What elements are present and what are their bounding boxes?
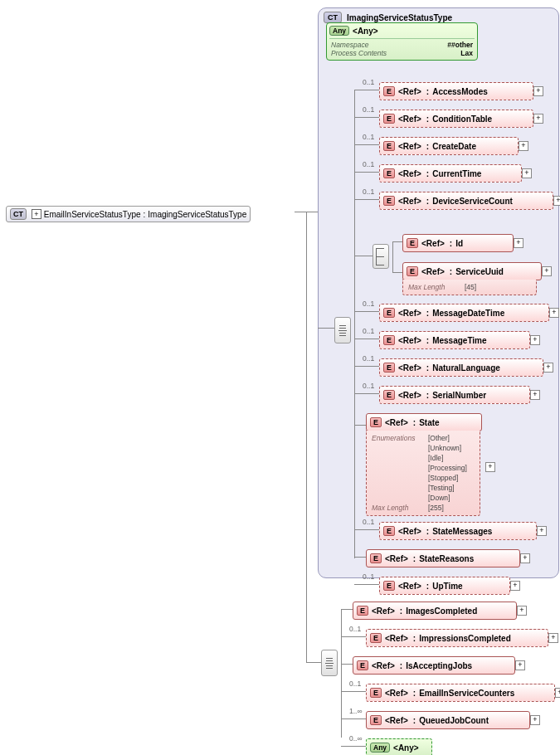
connector	[341, 664, 353, 665]
element-icon: E	[407, 266, 418, 276]
expand-icon[interactable]: +	[555, 688, 560, 698]
ref-statereasons[interactable]: E<Ref>:StateReasons	[366, 549, 520, 567]
element-icon: E	[370, 633, 382, 643]
any-element[interactable]: Any<Any>	[366, 738, 432, 755]
element-icon: E	[370, 553, 382, 563]
connector	[306, 212, 307, 662]
expand-icon[interactable]: +	[485, 462, 495, 472]
element-icon: E	[383, 363, 395, 373]
expand-icon[interactable]: +	[543, 363, 553, 373]
ref-conditiontable[interactable]: E<Ref>:ConditionTable	[379, 110, 533, 128]
expand-icon[interactable]: +	[530, 390, 540, 400]
connector	[354, 256, 373, 256]
ref-emailinservicecounters[interactable]: E<Ref>:EmailInServiceCounters	[366, 684, 555, 702]
connector	[341, 746, 366, 747]
expand-icon[interactable]: +	[533, 114, 543, 124]
connector	[354, 339, 379, 339]
connector	[318, 328, 334, 329]
element-icon: E	[383, 581, 395, 591]
ref-serialnumber[interactable]: E<Ref>:SerialNumber	[379, 386, 530, 404]
sequence-icon	[334, 317, 351, 343]
any-attribute-box: Any <Any> Namespace##other Process Conte…	[326, 22, 478, 61]
expand-icon[interactable]: +	[533, 86, 543, 96]
connector	[392, 241, 402, 242]
expand-icon[interactable]: +	[549, 308, 559, 318]
expand-icon[interactable]: +	[520, 553, 530, 563]
ref-imagescompleted[interactable]: E<Ref>:ImagesCompleted	[353, 602, 517, 620]
expand-icon[interactable]: +	[548, 633, 558, 643]
element-icon: E	[383, 308, 395, 318]
sequence-icon	[321, 650, 338, 676]
expand-icon[interactable]: +	[537, 526, 547, 536]
element-icon: E	[407, 238, 418, 248]
any-label: <Any>	[353, 27, 378, 36]
connector	[354, 172, 379, 173]
connector	[354, 425, 366, 426]
ref-state[interactable]: E<Ref>:State	[366, 413, 482, 431]
connector	[392, 241, 393, 272]
connector	[354, 584, 379, 585]
base-type-name: ImagingServiceStatusType	[347, 13, 452, 22]
connector	[354, 117, 379, 118]
element-icon: E	[357, 660, 368, 670]
connector	[341, 691, 366, 692]
element-icon: E	[383, 86, 395, 96]
ref-messagetime[interactable]: E<Ref>:MessageTime	[379, 331, 530, 349]
connector	[354, 557, 366, 558]
expand-icon[interactable]: +	[542, 266, 552, 276]
element-icon: E	[370, 688, 382, 698]
expand-icon[interactable]: +	[515, 660, 525, 670]
element-icon: E	[383, 390, 395, 400]
choice-icon	[373, 244, 389, 269]
element-icon: E	[357, 606, 368, 616]
element-icon: E	[383, 168, 395, 178]
ref-id[interactable]: E<Ref>:Id	[402, 234, 514, 252]
expand-icon[interactable]: +	[530, 715, 540, 725]
element-icon: E	[383, 196, 395, 206]
element-icon: E	[383, 335, 395, 345]
ref-statemessages[interactable]: E<Ref>:StateMessages	[379, 522, 537, 540]
ref-accessmodes[interactable]: E<Ref>:AccessModes	[379, 82, 533, 100]
expand-icon[interactable]: +	[510, 581, 520, 591]
element-icon: E	[383, 526, 395, 536]
connector	[392, 272, 402, 273]
element-icon: E	[370, 417, 382, 427]
expand-icon[interactable]: +	[522, 168, 532, 178]
connector	[354, 199, 379, 200]
connector	[341, 609, 353, 610]
ref-isacceptingjobs[interactable]: E<Ref>:IsAcceptingJobs	[353, 656, 515, 675]
root-complex-type: CT + EmailInServiceStatusType : ImagingS…	[6, 206, 251, 222]
root-base: ImagingServiceStatusType	[148, 210, 246, 219]
connector	[354, 529, 379, 530]
ref-serviceuuid[interactable]: E<Ref>:ServiceUuid	[402, 262, 542, 280]
expand-icon[interactable]: +	[514, 238, 523, 248]
expand-icon[interactable]: +	[32, 209, 41, 219]
ref-impressionscompleted[interactable]: E<Ref>:ImpressionsCompleted	[366, 629, 548, 647]
expand-icon[interactable]: +	[517, 606, 527, 616]
ref-currenttime[interactable]: E<Ref>:CurrentTime	[379, 164, 522, 183]
connector	[354, 393, 379, 394]
ref-uptime[interactable]: E<Ref>:UpTime	[379, 577, 510, 595]
ref-deviceservicecount[interactable]: E<Ref>:DeviceServiceCount	[379, 192, 553, 210]
ref-queuedjobcount[interactable]: E<Ref>:QueuedJobCount	[366, 711, 530, 729]
ct-icon: CT	[324, 12, 342, 23]
connector	[354, 366, 379, 367]
element-icon: E	[383, 141, 395, 151]
element-icon: E	[370, 715, 382, 725]
expand-icon[interactable]: +	[553, 196, 560, 206]
expand-icon[interactable]: +	[519, 141, 528, 151]
connector	[354, 311, 379, 312]
connector	[306, 662, 321, 663]
connector	[354, 90, 355, 558]
element-icon: E	[383, 114, 395, 124]
expand-icon[interactable]: +	[530, 335, 540, 345]
ref-naturallanguage[interactable]: E<Ref>:NaturalLanguage	[379, 358, 543, 377]
ct-icon: CT	[10, 208, 27, 220]
connector	[354, 90, 379, 90]
connector	[354, 144, 379, 145]
connector	[341, 718, 366, 719]
ref-createdate[interactable]: E<Ref>:CreateDate	[379, 137, 519, 155]
root-name: EmailInServiceStatusType	[44, 210, 141, 219]
ref-messagedatetime[interactable]: E<Ref>:MessageDateTime	[379, 304, 549, 322]
connector	[341, 636, 366, 637]
